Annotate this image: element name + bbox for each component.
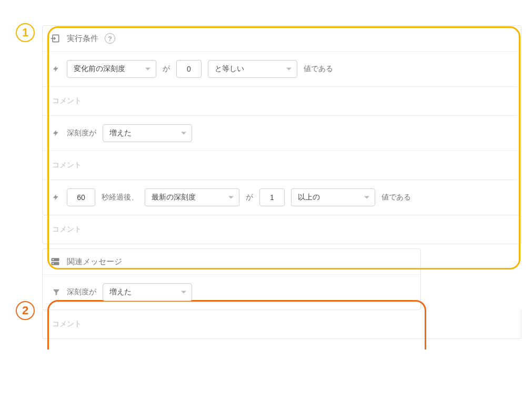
bolt-icon — [52, 65, 61, 73]
select-label: 増えた — [109, 128, 132, 138]
text-seconds-after: 秒経過後、 — [102, 193, 138, 202]
text-ga: が — [163, 64, 170, 74]
select-label: 変化前の深刻度 — [74, 64, 125, 74]
conditions-panel: 実行条件 ? 変化前の深刻度 が と等しい 値である コメント 深刻度が — [42, 25, 521, 215]
conditions-header: 実行条件 ? — [43, 26, 521, 51]
annotation-badge-2: 2 — [16, 301, 35, 320]
prev-severity-select[interactable]: 変化前の深刻度 — [67, 60, 156, 78]
comment-field-3[interactable]: コメント — [42, 215, 521, 244]
bolt-icon — [52, 194, 61, 201]
svg-point-4 — [53, 263, 54, 264]
seconds-input[interactable] — [67, 188, 95, 206]
select-label: と等しい — [215, 64, 244, 74]
operator-select-2[interactable]: 以上の — [291, 188, 375, 206]
annotation-badge-1: 1 — [16, 23, 35, 42]
stack-icon — [50, 256, 61, 267]
latest-severity-select[interactable]: 最新の深刻度 — [145, 188, 239, 206]
svg-point-3 — [53, 259, 54, 260]
related-panel: 関連メッセージ 深刻度が 増えた — [42, 248, 421, 310]
value-input-1[interactable] — [259, 188, 285, 206]
text-suffix: 値である — [304, 64, 333, 74]
conditions-title: 実行条件 — [67, 34, 98, 44]
related-select[interactable]: 増えた — [103, 283, 192, 301]
enter-icon — [50, 33, 61, 44]
comment-field-1[interactable]: コメント — [43, 86, 521, 115]
bolt-icon — [52, 129, 61, 137]
value-input-0[interactable] — [176, 60, 202, 78]
comment-field-2[interactable]: コメント — [43, 151, 521, 179]
filter-icon — [52, 288, 61, 296]
select-label: 最新の深刻度 — [152, 193, 196, 202]
comment-field-4[interactable]: コメント — [42, 310, 521, 339]
related-title: 関連メッセージ — [67, 257, 122, 267]
condition-row-1: 変化前の深刻度 が と等しい 値である — [43, 51, 521, 86]
operator-select[interactable]: と等しい — [208, 60, 297, 78]
related-prefix: 深刻度が — [67, 287, 96, 297]
condition-row-2: 深刻度が 増えた — [43, 115, 521, 151]
condition-row-3: 秒経過後、 最新の深刻度 が 以上の 値である — [43, 179, 521, 215]
text-ga-2: が — [246, 193, 253, 202]
related-row: 深刻度が 増えた — [43, 274, 420, 310]
related-header: 関連メッセージ — [43, 249, 420, 274]
select-label: 増えた — [109, 287, 132, 297]
text-suffix-2: 値である — [382, 193, 411, 202]
help-icon[interactable]: ? — [105, 33, 115, 44]
select-label: 以上の — [298, 193, 320, 202]
severity-change-select[interactable]: 増えた — [103, 124, 192, 142]
text-severity-prefix: 深刻度が — [67, 128, 96, 138]
